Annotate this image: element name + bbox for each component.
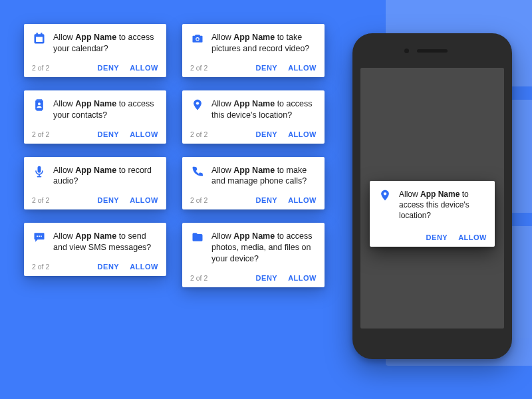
phone-screen: Allow App Name to access this device's l… (360, 68, 504, 329)
permission-counter: 2 of 2 (190, 196, 207, 204)
permission-dialog-contacts: Allow App Name to access your contacts?2… (24, 90, 166, 144)
app-name: App Name (233, 231, 275, 241)
permission-dialog-sms: Allow App Name to send and view SMS mess… (24, 223, 166, 276)
permission-counter: 2 of 2 (190, 274, 207, 282)
allow-button[interactable]: ALLOW (288, 196, 317, 204)
permission-dialog-phone: Allow App Name to make and manage phone … (182, 157, 325, 210)
app-name: App Name (75, 33, 116, 42)
deny-button[interactable]: DENY (98, 130, 120, 138)
permission-dialog-calendar: Allow App Name to access your calendar?2… (24, 24, 166, 77)
location-icon (378, 189, 392, 221)
permission-counter: 2 of 2 (190, 64, 207, 72)
allow-button[interactable]: ALLOW (288, 274, 317, 282)
permission-message: Allow App Name to access photos, media, … (211, 231, 317, 265)
sms-icon (32, 231, 47, 253)
permission-dialog-folder: Allow App Name to access photos, media, … (182, 223, 325, 287)
permission-dialog-location: Allow App Name to access this device's l… (370, 181, 495, 247)
app-name: App Name (233, 99, 275, 108)
permission-message: Allow App Name to access your contacts? (53, 98, 158, 121)
deny-button[interactable]: DENY (98, 196, 120, 204)
permission-dialog-location: Allow App Name to access this device's l… (182, 90, 325, 144)
camera-icon (190, 32, 205, 55)
contacts-icon (32, 98, 47, 121)
deny-button[interactable]: DENY (256, 274, 278, 282)
permission-counter: 2 of 2 (32, 130, 49, 138)
location-icon (190, 98, 205, 121)
deny-button[interactable]: DENY (256, 130, 278, 138)
deny-button[interactable]: DENY (256, 64, 278, 72)
permission-counter: 2 of 2 (32, 263, 49, 271)
permission-message: Allow App Name to access this device's l… (211, 98, 317, 121)
app-name: App Name (233, 166, 275, 175)
permission-message: Allow App Name to take pictures and reco… (211, 32, 317, 55)
phone-mockup: Allow App Name to access this device's l… (352, 33, 512, 359)
app-name: App Name (420, 190, 460, 199)
phone-icon (190, 165, 205, 188)
permission-dialog-mic: Allow App Name to record audio?2 of 2DEN… (24, 157, 166, 210)
deny-button[interactable]: DENY (98, 64, 120, 72)
permission-counter: 2 of 2 (32, 64, 49, 72)
allow-button[interactable]: ALLOW (130, 263, 158, 271)
deny-button[interactable]: DENY (426, 233, 448, 241)
permission-column-mid: Allow App Name to take pictures and reco… (182, 24, 325, 287)
allow-button[interactable]: ALLOW (458, 233, 487, 241)
app-name: App Name (75, 99, 116, 108)
app-name: App Name (75, 231, 116, 241)
folder-icon (190, 231, 205, 265)
mic-icon (32, 165, 47, 188)
permission-message: Allow App Name to access this device's l… (399, 189, 487, 221)
permission-message: Allow App Name to record audio? (53, 165, 158, 188)
allow-button[interactable]: ALLOW (130, 130, 158, 138)
permission-counter: 2 of 2 (190, 130, 207, 138)
deny-button[interactable]: DENY (98, 263, 120, 271)
app-name: App Name (75, 166, 116, 175)
allow-button[interactable]: ALLOW (288, 64, 317, 72)
permission-column-left: Allow App Name to access your calendar?2… (24, 24, 166, 276)
deny-button[interactable]: DENY (256, 196, 278, 204)
permission-message: Allow App Name to access your calendar? (53, 32, 158, 55)
permission-message: Allow App Name to send and view SMS mess… (53, 231, 158, 253)
allow-button[interactable]: ALLOW (130, 196, 158, 204)
permission-counter: 2 of 2 (32, 196, 49, 204)
allow-button[interactable]: ALLOW (288, 130, 317, 138)
permission-message: Allow App Name to make and manage phone … (211, 165, 317, 188)
calendar-icon (32, 32, 47, 55)
allow-button[interactable]: ALLOW (130, 64, 158, 72)
app-name: App Name (233, 33, 275, 42)
permission-dialog-camera: Allow App Name to take pictures and reco… (182, 24, 325, 77)
